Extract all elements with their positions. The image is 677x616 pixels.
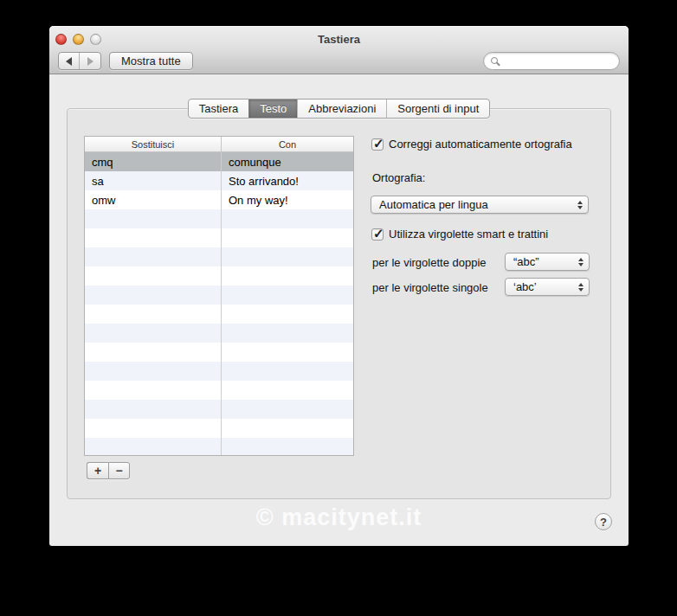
cell-con [222,381,353,400]
double-quotes-select[interactable]: “abc” [505,253,590,271]
cell-con: Sto arrivando! [222,171,353,190]
tab-tastiera[interactable]: Tastiera [189,99,249,118]
autocorrect-checkbox[interactable] [371,138,384,151]
back-arrow-icon [66,57,72,66]
table-body: cmqcomunquesaSto arrivando!omwOn my way! [85,152,353,456]
cell-sostituisci [85,305,222,324]
table-row[interactable] [85,286,353,305]
single-quotes-selected-value: ‘abc’ [513,280,537,293]
updown-arrows-icon [578,253,584,270]
close-button[interactable] [55,34,67,45]
cell-sostituisci [85,362,222,381]
table-row[interactable] [85,209,353,228]
table-row[interactable] [85,381,353,400]
show-all-button[interactable]: Mostra tutte [109,52,193,70]
spelling-select[interactable]: Automatica per lingua [371,196,589,214]
cell-con [222,286,353,305]
spelling-label: Ortografia: [372,171,425,184]
preferences-window: Tastiera Mostra tutte TastieraTestoAbbre… [49,26,629,546]
back-button[interactable] [59,53,80,69]
cell-con: On my way! [222,190,353,209]
table-row[interactable] [85,324,353,343]
nav-button-group [58,52,101,70]
traffic-lights [55,34,101,45]
cell-con [222,438,353,456]
table-row[interactable]: saSto arrivando! [85,171,353,190]
cell-con: comunque [222,152,353,171]
cell-sostituisci [85,381,222,400]
cell-con [222,362,353,381]
add-remove-control: + − [87,462,130,479]
cell-sostituisci [85,266,222,286]
cell-con [222,305,353,324]
spelling-selected-value: Automatica per lingua [379,198,488,211]
cell-sostituisci: sa [85,171,222,190]
desktop-background: Tastiera Mostra tutte TastieraTestoAbbre… [0,0,677,616]
tab-abbreviazioni[interactable]: Abbreviazioni [297,99,386,118]
cell-con [222,400,353,419]
cell-sostituisci [85,400,222,419]
table-row[interactable] [85,228,353,247]
table-row[interactable] [85,362,353,381]
forward-button[interactable] [80,53,100,69]
tab-testo[interactable]: Testo [248,99,297,118]
table-row[interactable]: omwOn my way! [85,190,353,209]
table-row[interactable] [85,305,353,324]
table-row[interactable] [85,419,353,438]
column-header-sostituisci[interactable]: Sostituisci [85,137,222,151]
updown-arrows-icon [577,196,583,213]
cell-con [222,209,353,228]
cell-con [222,247,353,266]
search-input[interactable] [483,52,620,70]
cell-sostituisci [85,438,222,456]
tab-segmented-control: TastieraTestoAbbreviazioniSorgenti di in… [188,99,491,119]
watermark: © macitynet.it [49,504,629,531]
table-row[interactable] [85,438,353,456]
cell-sostituisci [85,228,222,247]
double-quotes-selected-value: “abc” [513,255,539,268]
cell-sostituisci [85,247,222,266]
smart-quotes-option[interactable]: Utilizza virgolette smart e trattini [371,228,548,241]
cell-sostituisci [85,209,222,228]
table-header-row: Sostituisci Con [85,137,353,152]
substitutions-table: Sostituisci Con cmqcomunquesaSto arrivan… [84,136,354,456]
column-header-con[interactable]: Con [222,137,353,151]
table-row[interactable] [85,247,353,266]
autocorrect-label: Correggi automaticamente ortografia [389,138,572,151]
cell-con [222,324,353,343]
single-quotes-select[interactable]: ‘abc’ [505,278,590,296]
updown-arrows-icon [578,279,584,295]
smart-quotes-label: Utilizza virgolette smart e trattini [389,228,548,241]
table-row[interactable] [85,266,353,286]
remove-button[interactable]: − [108,462,130,479]
cell-sostituisci [85,419,222,438]
table-row[interactable] [85,343,353,362]
titlebar[interactable]: Tastiera Mostra tutte [49,26,629,74]
cell-sostituisci [85,324,222,343]
tab-sorgenti-di-input[interactable]: Sorgenti di input [386,99,489,118]
cell-sostituisci: cmq [85,152,222,171]
cell-con [222,228,353,247]
table-row[interactable]: cmqcomunque [85,152,353,171]
cell-con [222,343,353,362]
window-title: Tastiera [153,33,525,46]
cell-sostituisci [85,343,222,362]
tab-bar: TastieraTestoAbbreviazioniSorgenti di in… [49,99,629,119]
single-quotes-label: per le virgolette singole [372,281,488,294]
double-quotes-label: per le virgolette doppie [372,256,487,269]
help-button[interactable]: ? [595,513,612,530]
cell-con [222,419,353,438]
autocorrect-option[interactable]: Correggi automaticamente ortografia [371,138,572,151]
zoom-button[interactable] [90,34,101,45]
cell-con [222,266,353,286]
smart-quotes-checkbox[interactable] [371,228,384,241]
cell-sostituisci [85,286,222,305]
table-row[interactable] [85,400,353,419]
forward-arrow-icon [87,57,93,66]
search-icon [491,57,498,64]
minimize-button[interactable] [73,34,84,45]
add-button[interactable]: + [87,462,108,479]
cell-sostituisci: omw [85,190,222,209]
